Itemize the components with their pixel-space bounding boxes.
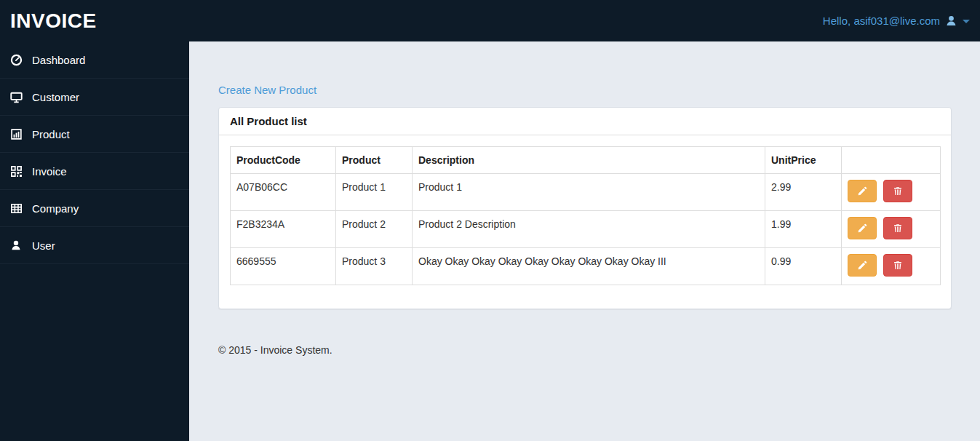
sidebar-item-product[interactable]: Product [0, 116, 189, 153]
chevron-down-icon [963, 20, 970, 23]
product-table: ProductCode Product Description UnitPric… [230, 146, 941, 285]
sidebar-item-label: Dashboard [32, 54, 85, 66]
user-greeting-label: Hello, asif031@live.com [823, 15, 940, 27]
create-new-product-link[interactable]: Create New Product [218, 84, 316, 96]
header-user-icon [945, 15, 957, 27]
column-header-productcode: ProductCode [231, 147, 336, 174]
unit-price-cell: 1.99 [765, 211, 842, 248]
desktop-icon [10, 91, 23, 103]
sidebar-item-label: Customer [32, 91, 79, 103]
pencil-icon [857, 186, 867, 196]
app-window: INVOICE Hello, asif031@live.com Dashboar… [0, 0, 980, 441]
product-code-cell: F2B3234A [231, 211, 336, 248]
product-name-cell: Product 3 [336, 248, 413, 285]
table-grid-icon [10, 202, 23, 215]
delete-button[interactable] [883, 254, 912, 277]
column-header-actions [842, 147, 941, 174]
unit-price-cell: 2.99 [765, 174, 842, 211]
unit-price-cell: 0.99 [765, 248, 842, 285]
bar-chart-icon [10, 128, 23, 140]
column-header-product: Product [336, 147, 413, 174]
product-name-cell: Product 1 [336, 174, 413, 211]
column-header-description: Description [413, 147, 765, 174]
actions-cell [842, 248, 941, 285]
pencil-icon [857, 261, 867, 271]
sidebar-item-customer[interactable]: Customer [0, 79, 189, 116]
qrcode-icon [10, 165, 23, 178]
brand-logo[interactable]: INVOICE [10, 9, 97, 33]
top-navbar: INVOICE Hello, asif031@live.com [0, 0, 980, 41]
trash-icon [893, 186, 903, 196]
table-row: A07B06CC Product 1 Product 1 2.99 [231, 174, 941, 211]
copyright-footer: © 2015 - Invoice System. [218, 344, 952, 356]
pencil-icon [857, 223, 867, 234]
sidebar-item-label: Invoice [32, 165, 67, 178]
person-icon [10, 239, 23, 252]
sidebar-item-company[interactable]: Company [0, 190, 189, 227]
sidebar-item-label: User [32, 239, 55, 252]
sidebar-item-invoice[interactable]: Invoice [0, 153, 189, 190]
product-code-cell: 6669555 [231, 248, 336, 285]
sidebar-item-label: Product [32, 128, 70, 140]
panel-title: All Product list [219, 108, 951, 135]
delete-button[interactable] [883, 180, 912, 202]
main-content: Create New Product All Product list Prod… [189, 41, 980, 441]
table-row: 6669555 Product 3 Okay Okay Okay Okay Ok… [231, 248, 941, 285]
delete-button[interactable] [883, 217, 912, 239]
table-header-row: ProductCode Product Description UnitPric… [231, 147, 941, 174]
edit-button[interactable] [848, 180, 877, 202]
user-dropdown-toggle[interactable]: Hello, asif031@live.com [823, 15, 970, 27]
sidebar-item-label: Company [32, 202, 79, 215]
product-name-cell: Product 2 [336, 211, 413, 248]
sidebar-item-user[interactable]: User [0, 227, 189, 264]
sidebar-nav: Dashboard Customer Product Invoice Compa… [0, 41, 189, 441]
actions-cell [842, 174, 941, 211]
table-row: F2B3234A Product 2 Product 2 Description… [231, 211, 941, 248]
dashboard-gauge-icon [10, 54, 23, 66]
sidebar-item-dashboard[interactable]: Dashboard [0, 41, 189, 79]
edit-button[interactable] [848, 217, 877, 239]
actions-cell [842, 211, 941, 248]
description-cell: Okay Okay Okay Okay Okay Okay Okay Okay … [413, 248, 765, 285]
trash-icon [893, 261, 903, 271]
description-cell: Product 2 Description [413, 211, 765, 248]
edit-button[interactable] [848, 254, 877, 277]
product-list-panel: All Product list ProductCode Product Des… [218, 107, 952, 309]
description-cell: Product 1 [413, 174, 765, 211]
trash-icon [893, 223, 903, 234]
product-code-cell: A07B06CC [231, 174, 336, 211]
column-header-unitprice: UnitPrice [765, 147, 842, 174]
